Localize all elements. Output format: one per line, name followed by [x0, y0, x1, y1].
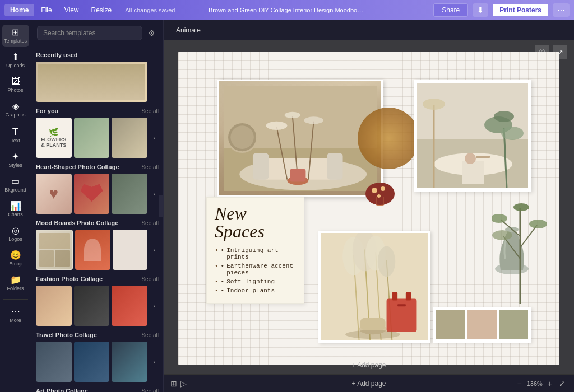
mood-boards-see-all[interactable]: See all: [141, 220, 159, 226]
art-see-all[interactable]: See all: [141, 388, 159, 393]
home-button[interactable]: Home: [4, 4, 34, 16]
canvas-wrapper[interactable]: ♡ ↗: [164, 40, 574, 374]
bullet-text: Soft lighting: [226, 278, 275, 285]
autosave-status: All changes saved: [125, 7, 175, 13]
mood-boards-grid: ›: [36, 230, 159, 270]
template-thumb-flowers[interactable]: 🌿 FLOWERS& PLANTS: [36, 118, 72, 158]
svg-rect-27: [476, 156, 490, 158]
top-bar: Home File View Resize All changes saved …: [0, 0, 574, 20]
plants-right: [492, 192, 548, 304]
bottom-bar: ⊞ ▷ + Add page − 136% + ⤢: [164, 374, 574, 392]
zoom-out-button[interactable]: −: [515, 379, 523, 388]
present-button[interactable]: ▷: [180, 379, 187, 388]
svg-point-32: [377, 194, 381, 198]
sidebar-item-graphics[interactable]: ◈ Graphics: [2, 99, 29, 121]
pampas-photo[interactable]: [318, 231, 430, 343]
topbar-right: Share ⬇ Print Posters ⋯: [381, 3, 570, 17]
resize-menu-button[interactable]: Resize: [85, 4, 117, 16]
view-menu-button[interactable]: View: [59, 4, 85, 16]
swatch-warm-gray[interactable]: [436, 310, 465, 339]
heart-shaped-see-all[interactable]: See all: [141, 164, 159, 170]
zoom-controls: − 136% + ⤢: [515, 379, 567, 388]
styles-icon: ✦: [12, 152, 19, 161]
sidebar-item-text[interactable]: T Text: [2, 123, 29, 147]
template-thumb-foryou-2[interactable]: [74, 118, 110, 158]
template-thumb-travel-2[interactable]: [74, 342, 110, 382]
template-thumb-travel-3[interactable]: [112, 342, 147, 382]
abstract-art-element[interactable]: [363, 169, 397, 208]
share-button[interactable]: Share: [433, 3, 468, 17]
topbar-center: Brown and Green DIY Collage Interior Des…: [193, 7, 381, 13]
swatch-dusty-rose[interactable]: [467, 310, 497, 339]
fashion-see-all[interactable]: See all: [141, 276, 159, 282]
sidebar-item-charts[interactable]: 📊 Charts: [2, 198, 29, 221]
logos-icon: ◎: [12, 226, 20, 235]
template-thumb-heart-1[interactable]: ♥: [36, 174, 72, 214]
sidebar-divider: [3, 299, 28, 300]
sidebar-item-templates[interactable]: ⊞ Templates: [2, 25, 29, 47]
heart-shaped-grid: ♥ ›: [36, 174, 159, 214]
fashion-next-arrow[interactable]: ›: [150, 286, 159, 326]
sidebar-item-emoji[interactable]: 😊 Emoji: [2, 248, 29, 270]
swatch-sage-gray[interactable]: [499, 310, 528, 339]
template-thumb-heart-3[interactable]: [112, 174, 147, 214]
template-thumb-recent-1[interactable]: [36, 62, 147, 102]
template-thumb-heart-2[interactable]: [74, 174, 110, 214]
template-thumb-fashion-1[interactable]: [36, 286, 72, 326]
template-thumb-travel-1[interactable]: [36, 342, 72, 382]
search-input[interactable]: [37, 26, 142, 40]
download-button[interactable]: ⬇: [473, 3, 488, 17]
templates-scroll[interactable]: Recently used For you See all 🌿: [31, 44, 163, 392]
svg-point-30: [372, 188, 377, 193]
for-you-see-all[interactable]: See all: [141, 108, 159, 114]
canvas-toolbar: Animate: [164, 20, 574, 40]
svg-point-11: [304, 116, 323, 124]
uploads-icon: ⬆: [12, 53, 19, 62]
graphics-icon: ◈: [12, 102, 19, 111]
travel-grid: ›: [36, 342, 159, 382]
more-options-button[interactable]: ⋯: [553, 3, 570, 17]
travel-see-all[interactable]: See all: [141, 332, 159, 338]
sidebar-item-background[interactable]: ▭ Bkground: [2, 174, 29, 196]
template-thumb-mood-3[interactable]: [113, 230, 147, 270]
mood-next-arrow[interactable]: ›: [150, 230, 159, 270]
template-thumb-fashion-2[interactable]: [74, 286, 110, 326]
travel-header: Travel Photo Collage See all: [36, 332, 159, 338]
left-sidebar: ⊞ Templates ⬆ Uploads 🖼 Photos ◈ Graphic…: [0, 20, 31, 392]
svg-rect-19: [462, 161, 484, 184]
zoom-in-button[interactable]: +: [546, 379, 554, 388]
for-you-next-arrow[interactable]: ›: [150, 118, 159, 158]
sidebar-item-uploads[interactable]: ⬆ Uploads: [2, 49, 29, 72]
grid-view-button[interactable]: ⊞: [170, 379, 177, 388]
animate-button[interactable]: Animate: [170, 24, 206, 36]
hide-panel-button[interactable]: ‹: [159, 195, 164, 217]
template-thumb-foryou-3[interactable]: [112, 118, 147, 158]
art-title: Art Photo Collage: [36, 388, 88, 392]
moodboard-canvas[interactable]: my fave artist →: [178, 52, 559, 365]
fit-view-button[interactable]: ⤢: [557, 379, 567, 388]
file-menu-button[interactable]: File: [35, 4, 57, 16]
sidebar-item-photos[interactable]: 🖼 Photos: [2, 74, 29, 96]
sidebar-item-folders[interactable]: 📁 Folders: [2, 272, 29, 295]
plants-svg: [492, 192, 548, 304]
color-swatches: [433, 307, 531, 343]
add-page-button[interactable]: + Add page: [351, 361, 386, 369]
right-room-photo[interactable]: [414, 80, 531, 192]
svg-point-60: [513, 203, 529, 211]
bullet-item-2: •Earthenware accent pieces: [215, 262, 296, 277]
travel-next-arrow[interactable]: ›: [150, 342, 159, 382]
for-you-title: For you: [36, 108, 58, 114]
template-thumb-mood-2[interactable]: [75, 230, 110, 270]
sidebar-item-styles[interactable]: ✦ Styles: [2, 149, 29, 171]
template-thumb-mood-1[interactable]: [36, 230, 73, 270]
sidebar-item-logos[interactable]: ◎ Logos: [2, 223, 29, 245]
sidebar-label-graphics: Graphics: [5, 112, 25, 118]
heart-next-arrow[interactable]: ›: [150, 174, 159, 214]
svg-point-23: [494, 111, 514, 122]
sidebar-item-more[interactable]: ⋯ More: [2, 304, 29, 326]
template-thumb-fashion-3[interactable]: [112, 286, 147, 326]
print-button[interactable]: Print Posters: [493, 4, 548, 16]
filter-button[interactable]: ⚙: [146, 27, 158, 39]
svg-point-26: [465, 153, 476, 164]
text-card[interactable]: New Spaces •Intriguing art prints•Earthe…: [206, 197, 304, 304]
